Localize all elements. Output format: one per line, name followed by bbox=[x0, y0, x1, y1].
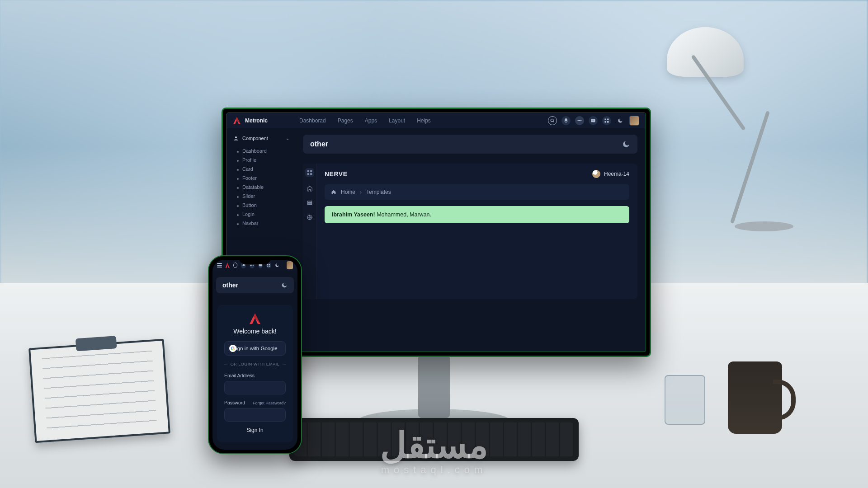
svg-line-1 bbox=[553, 121, 554, 122]
divider-or: OR LOGIN WITH EMAIL bbox=[224, 362, 286, 366]
brand-logo-icon bbox=[226, 263, 230, 268]
watermark-sub: mostaql.com bbox=[380, 465, 488, 474]
breadcrumb: Home › Templates bbox=[325, 184, 629, 200]
svg-rect-10 bbox=[307, 170, 309, 172]
svg-rect-16 bbox=[307, 204, 311, 205]
contacts-icon[interactable] bbox=[258, 262, 263, 268]
search-icon[interactable] bbox=[548, 116, 557, 125]
bell-icon[interactable] bbox=[241, 262, 246, 268]
svg-rect-3 bbox=[592, 120, 593, 120]
desktop-topbar: Metronic Dashborad Pages Apps Layout Hel… bbox=[227, 113, 646, 128]
desk-lamp-prop bbox=[635, 41, 798, 285]
svg-rect-5 bbox=[605, 118, 607, 120]
theme-toggle-icon[interactable] bbox=[281, 282, 288, 288]
user-icon bbox=[233, 136, 239, 141]
panel-rail bbox=[303, 164, 316, 299]
globe-icon[interactable] bbox=[307, 214, 313, 221]
svg-rect-6 bbox=[607, 118, 609, 120]
sidebar-item-login[interactable]: Login bbox=[234, 210, 291, 219]
chevron-right-icon: › bbox=[360, 189, 362, 195]
svg-rect-11 bbox=[310, 170, 312, 172]
sidebar-heading: Component bbox=[242, 136, 268, 141]
welcome-heading: Welcome back! bbox=[224, 328, 286, 335]
svg-rect-15 bbox=[307, 202, 311, 203]
breadcrumb-current: Templates bbox=[366, 189, 391, 195]
svg-rect-4 bbox=[592, 121, 594, 121]
sidebar-item-footer[interactable]: Footer bbox=[234, 174, 291, 183]
menu-icon[interactable] bbox=[217, 263, 222, 267]
brand-logo-icon bbox=[250, 313, 260, 324]
google-signin-button[interactable]: G Sign in with Google bbox=[224, 341, 286, 356]
svg-rect-12 bbox=[307, 173, 309, 175]
topbar-actions: ••• bbox=[548, 116, 639, 126]
panel-user-name: Heema-14 bbox=[604, 171, 629, 177]
sidebar-item-datatable[interactable]: Datatable bbox=[234, 183, 291, 192]
watermark: مستقل mostaql.com bbox=[380, 429, 488, 474]
sidebar-item-slider[interactable]: Slider bbox=[234, 192, 291, 201]
top-nav: Dashborad Pages Apps Layout Helps bbox=[299, 117, 431, 124]
layers-icon[interactable] bbox=[307, 200, 313, 206]
svg-rect-7 bbox=[605, 121, 607, 123]
panel-user[interactable]: Heema-14 bbox=[592, 170, 629, 178]
email-field[interactable] bbox=[224, 381, 286, 394]
nav-layout[interactable]: Layout bbox=[389, 117, 405, 124]
search-icon[interactable] bbox=[233, 263, 238, 268]
theme-toggle-icon[interactable] bbox=[616, 116, 625, 125]
rail-menu-button[interactable] bbox=[305, 168, 314, 177]
sidebar-item-dashboard[interactable]: Dashboard bbox=[234, 146, 291, 155]
messages-icon[interactable]: ••• bbox=[575, 116, 584, 125]
nav-dashboard[interactable]: Dashborad bbox=[299, 117, 326, 124]
panel-content: NERVE Heema-14 Home › Templates bbox=[316, 164, 637, 299]
google-icon: G bbox=[229, 345, 236, 352]
signin-button[interactable]: Sign In bbox=[224, 427, 286, 433]
sidebar-item-button[interactable]: Button bbox=[234, 201, 291, 210]
monitor-stand bbox=[418, 355, 450, 418]
svg-rect-22 bbox=[269, 266, 270, 267]
brand-name: Metronic bbox=[245, 117, 268, 124]
clipboard-prop bbox=[28, 339, 170, 443]
page-title: other bbox=[310, 140, 328, 148]
messages-icon[interactable]: ••• bbox=[250, 262, 255, 268]
nav-pages[interactable]: Pages bbox=[338, 117, 353, 124]
alert-text: Mohammed, Marwan. bbox=[375, 211, 431, 218]
pen-holder-prop bbox=[665, 375, 705, 425]
nav-helps[interactable]: Helps bbox=[417, 117, 431, 124]
panel-brand: NERVE bbox=[325, 170, 347, 178]
user-avatar[interactable] bbox=[629, 116, 639, 126]
svg-rect-21 bbox=[267, 266, 268, 267]
theme-toggle-icon[interactable] bbox=[275, 262, 280, 268]
sidebar-item-card[interactable]: Card bbox=[234, 164, 291, 174]
forgot-password-link[interactable]: Forget Password? bbox=[253, 401, 286, 405]
password-field[interactable] bbox=[224, 408, 286, 422]
svg-rect-20 bbox=[269, 264, 270, 265]
svg-rect-13 bbox=[310, 173, 312, 175]
mobile-topbar: ••• bbox=[212, 260, 297, 271]
sidebar-section-toggle[interactable]: Component ⌄ bbox=[231, 133, 291, 144]
coffee-cup-prop bbox=[728, 361, 782, 434]
svg-rect-8 bbox=[607, 121, 609, 123]
apps-grid-icon[interactable] bbox=[602, 116, 611, 125]
main-area: other bbox=[295, 128, 646, 352]
apps-grid-icon[interactable] bbox=[266, 262, 271, 268]
watermark-text: مستقل bbox=[380, 425, 488, 465]
nav-apps[interactable]: Apps bbox=[365, 117, 377, 124]
phone-frame: ••• other Welcome back! G Sig bbox=[208, 255, 302, 454]
email-label-row: Email Address bbox=[224, 373, 286, 378]
user-avatar[interactable] bbox=[287, 261, 293, 269]
svg-rect-19 bbox=[267, 264, 268, 265]
content-panel: NERVE Heema-14 Home › Templates bbox=[303, 164, 637, 299]
contacts-icon[interactable] bbox=[589, 116, 598, 125]
google-signin-label: Sign in with Google bbox=[232, 346, 277, 351]
sidebar-item-profile[interactable]: Profile bbox=[234, 155, 291, 164]
email-label: Email Address bbox=[224, 373, 255, 378]
sidebar-item-navbar[interactable]: Navbar bbox=[234, 219, 291, 228]
home-icon[interactable] bbox=[307, 185, 313, 192]
password-label-row: Password Forget Password? bbox=[224, 400, 286, 405]
breadcrumb-home[interactable]: Home bbox=[341, 189, 355, 195]
theme-toggle-icon[interactable] bbox=[622, 140, 630, 148]
panel-header: NERVE Heema-14 bbox=[325, 170, 629, 178]
bell-icon[interactable] bbox=[561, 116, 571, 125]
chevron-down-icon: ⌄ bbox=[286, 136, 289, 141]
svg-point-9 bbox=[235, 136, 237, 138]
page-titlebar: other bbox=[303, 135, 637, 154]
